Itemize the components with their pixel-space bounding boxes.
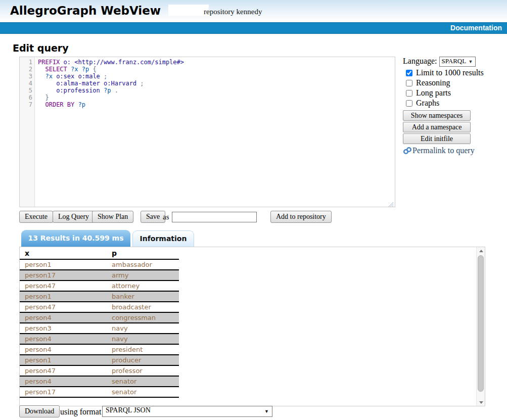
nav-item-repository[interactable]: Repository [27, 34, 64, 42]
query-editor[interactable]: 1PREFIX o: <http://www.franz.com/simple#… [19, 57, 395, 207]
result-cell-p[interactable]: senator [107, 376, 179, 387]
code-token [38, 73, 45, 80]
scrollbar-thumb[interactable] [478, 255, 484, 392]
result-cell-x[interactable]: person4 [20, 334, 107, 344]
app-header: AllegroGraph WebView repository kennedy [0, 0, 507, 22]
format-value: SPARQL JSON [106, 406, 151, 414]
result-cell-p[interactable]: ambassador [107, 259, 179, 270]
result-cell-x[interactable]: person47 [20, 365, 107, 376]
log-query-button[interactable]: Log Query [53, 211, 95, 223]
table-row: person4navy [20, 334, 179, 344]
show-namespaces-button[interactable]: Show namespaces [403, 110, 471, 121]
results-table: x p person1ambassadorperson17armyperson4… [20, 247, 179, 398]
code-token: ; [100, 73, 107, 80]
result-cell-p[interactable]: professor [107, 365, 179, 376]
result-cell-p[interactable]: navy [107, 323, 179, 334]
chevron-down-icon: ▼ [469, 59, 473, 64]
result-cell-p[interactable]: attorney [107, 281, 179, 291]
code-token [60, 59, 63, 66]
triangle-up-icon [479, 250, 483, 252]
edit-initfile-button[interactable]: Edit initfile [403, 133, 471, 144]
result-cell-x[interactable]: person47 [20, 281, 107, 291]
checkbox-long-parts[interactable] [406, 90, 412, 97]
resize-grip-icon[interactable] [388, 200, 394, 206]
result-cell-x[interactable]: person17 [20, 270, 107, 281]
app-title: AllegroGraph WebView [10, 4, 161, 17]
save-name-input[interactable] [172, 212, 257, 222]
result-cell-p[interactable]: senator [107, 387, 179, 397]
result-cell-x[interactable]: person1 [20, 355, 107, 365]
back-arrow-icon[interactable]: ↰ [12, 34, 19, 42]
chevron-down-icon: ▼ [264, 409, 269, 414]
result-cell-p[interactable]: president [107, 344, 179, 355]
result-cell-p[interactable]: broadcaster [107, 302, 179, 312]
save-button[interactable]: Save [141, 211, 165, 223]
scroll-up-button[interactable] [477, 247, 485, 255]
result-cell-x[interactable]: person17 [20, 387, 107, 397]
show-plan-button[interactable]: Show Plan [92, 211, 133, 223]
tab-information[interactable]: Information [132, 230, 194, 247]
option-checkboxes: Limit to 1000 resultsReasoningLong parts… [403, 68, 507, 109]
result-cell-p[interactable]: producer [107, 355, 179, 365]
nav-separator: | [132, 34, 140, 42]
using-format-label: using format [60, 407, 101, 416]
download-button[interactable]: Download [19, 405, 60, 417]
nav-item-user-test[interactable]: User test [170, 34, 200, 42]
tab-results[interactable]: 13 Results in 40.599 ms [21, 230, 130, 247]
line-number: 5 [20, 87, 35, 94]
code-token [38, 94, 45, 101]
results-panel: x p person1ambassadorperson17armyperson4… [19, 247, 485, 406]
code-text: o:alma-mater o:Harvard ; [35, 80, 144, 87]
add-a-namespace-button[interactable]: Add a namespace [403, 122, 471, 132]
result-cell-p[interactable]: banker [107, 291, 179, 302]
scroll-down-button[interactable] [477, 398, 485, 406]
code-token: o:sex [56, 73, 74, 80]
result-cell-p[interactable]: navy [107, 334, 179, 344]
column-header-x: x [20, 247, 107, 259]
code-token: SELECT [45, 66, 67, 73]
code-line-5: 5 o:profession ?p . [20, 87, 395, 94]
table-row: person1ambassador [20, 259, 179, 270]
checkbox-reasoning[interactable] [406, 80, 412, 86]
download-bar: Download using format SPARQL JSON ▼ [0, 405, 507, 419]
language-select[interactable]: SPARQL ▼ [439, 57, 476, 67]
code-token: <http://www.franz.com/simple#> [74, 59, 184, 66]
code-text: ORDER BY ?p [35, 101, 85, 108]
result-cell-x[interactable]: person3 [20, 323, 107, 334]
code-token [100, 80, 104, 87]
result-cell-p[interactable]: congressman [107, 312, 179, 323]
table-row: person17army [20, 270, 179, 281]
result-cell-x[interactable]: person4 [20, 376, 107, 387]
checkbox-label: Limit to 1000 results [416, 68, 484, 77]
checkbox-graphs[interactable] [406, 100, 412, 107]
code-token: o: [64, 59, 71, 66]
result-cell-x[interactable]: person1 [20, 291, 107, 302]
code-token: PREFIX [38, 59, 60, 66]
line-number: 4 [20, 80, 35, 87]
code-token: ORDER BY [45, 101, 74, 108]
result-cell-x[interactable]: person4 [20, 312, 107, 323]
add-to-repository-button[interactable]: Add to repository [270, 211, 332, 223]
code-token: { [89, 66, 96, 73]
code-line-4: 4 o:alma-mater o:Harvard ; [20, 80, 395, 87]
permalink-label: Permalink to query [412, 146, 475, 155]
checkbox-row-0: Limit to 1000 results [403, 68, 507, 78]
checkbox-row-1: Reasoning [403, 78, 507, 88]
checkbox-limit-to-1000-results[interactable] [406, 70, 412, 76]
result-cell-x[interactable]: person4 [20, 344, 107, 355]
nav-link-documentation[interactable]: Documentation [450, 23, 502, 33]
line-number: 2 [20, 66, 35, 73]
nav-item-utilities[interactable]: Utilities [106, 34, 132, 42]
code-token: o:alma-mater [56, 80, 100, 87]
permalink-to-query-link[interactable]: Permalink to query [403, 146, 507, 155]
table-row: person47professor [20, 365, 179, 376]
table-row: person17senator [20, 387, 179, 397]
result-cell-x[interactable]: person1 [20, 259, 107, 270]
result-cell-p[interactable]: army [107, 270, 179, 281]
format-select[interactable]: SPARQL JSON ▼ [102, 406, 272, 417]
execute-button[interactable]: Execute [19, 211, 53, 223]
save-as-label: as [163, 213, 169, 221]
result-cell-x[interactable]: person47 [20, 302, 107, 312]
nav-item-queries[interactable]: Queries [72, 34, 98, 42]
nav-item-admin[interactable]: Admin [140, 34, 162, 42]
